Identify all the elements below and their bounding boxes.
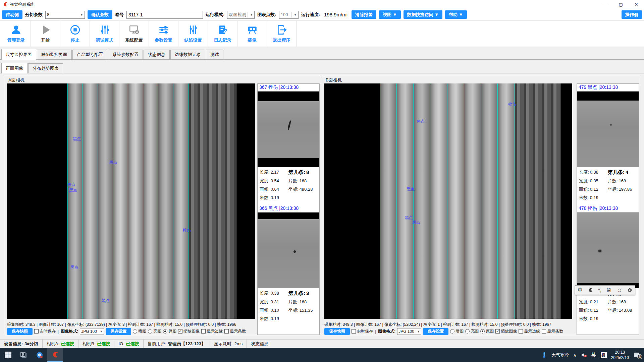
status-message: 状态信息:	[247, 340, 274, 348]
defect-label: 黑点	[67, 182, 75, 187]
start-button[interactable]: 开始	[31, 21, 60, 47]
clock-date: 2025/2/10	[611, 355, 629, 360]
thermometer-icon[interactable]	[541, 352, 547, 358]
run-mode-combo[interactable]: 双面检测▼	[227, 11, 255, 19]
camera-b-panel: B面相机 挫伤黑点黑点黑点黑点 479 黑点 |20:13:38 长度:0.38…	[322, 76, 639, 335]
dark-image-radio[interactable]: 暗图	[133, 328, 146, 334]
debug-mode-button[interactable]: 调试模式	[90, 21, 119, 47]
show-edge-checkbox[interactable]: 显示边缘	[519, 328, 540, 334]
tab-main-5[interactable]: 边缘数据记录	[170, 50, 205, 60]
save-settings-button[interactable]: 保存设置	[423, 328, 448, 335]
ime-pinyin-indicator[interactable]: 拼	[601, 352, 607, 358]
defect-header: 367 挫伤 |20:13:38	[258, 84, 319, 92]
main-tabs: 尺寸监控界面缺陷监控界面产品型号配置系统参数配置状态信息边缘数据记录测试	[1, 50, 224, 60]
volume-muted-icon[interactable]	[581, 352, 587, 358]
show-count-checkbox[interactable]: 显示条数	[542, 328, 563, 334]
clear-alarm-button[interactable]: 清除报警	[352, 10, 376, 19]
notification-center-button[interactable]: 6	[633, 352, 640, 358]
run-speed-label: 运行速度:	[301, 12, 320, 18]
tray-expand-chevron[interactable]: ∧	[573, 353, 577, 358]
maximize-button[interactable]: ▢	[613, 0, 629, 9]
tab-main-6[interactable]: 测试	[206, 50, 223, 60]
chevron-down-icon: ▼	[78, 12, 83, 17]
moon-icon[interactable]	[588, 288, 593, 293]
camera-a-connection: 相机A:已连接	[43, 340, 78, 348]
main-tabs-underline	[0, 59, 644, 60]
chevron-down-icon: ▼	[291, 12, 297, 17]
emoji-icon[interactable]: ☺	[617, 287, 622, 293]
log-book-icon	[217, 24, 228, 36]
ime-punctuation-toggle[interactable]: °,	[598, 287, 601, 293]
ime-simplified-toggle[interactable]: 简	[606, 287, 611, 293]
log-record-button[interactable]: 日志记录	[208, 21, 237, 47]
minimize-button[interactable]: —	[598, 0, 613, 9]
tab-sub-0[interactable]: 正面图像	[1, 63, 28, 73]
show-edge-checkbox[interactable]: 显示边缘	[201, 328, 223, 334]
defect-thumbnail	[577, 213, 639, 288]
save-snapshot-button[interactable]: 保存快照	[7, 328, 33, 335]
camera-b-image: 挫伤黑点黑点黑点黑点	[324, 83, 572, 319]
image-format-combo[interactable]: JPG 100▼	[80, 328, 104, 335]
defect-panel-b: 479 黑点 |20:13:38 长度:0.38 第几条:4 宽度:0.35 片…	[577, 83, 639, 335]
help-menu-button[interactable]: 帮助 ▼	[445, 10, 467, 19]
tab-main-3[interactable]: 系统参数配置	[108, 50, 143, 60]
show-count-checkbox[interactable]: 显示条数	[224, 328, 246, 334]
start-button[interactable]	[0, 348, 16, 362]
original-image-radio[interactable]: 原图	[480, 328, 494, 334]
dark-image-radio[interactable]: 暗图	[450, 328, 464, 334]
quick-access-menu-button[interactable]: 数据快捷访问 ▼	[404, 10, 442, 19]
ime-mode-toggle[interactable]: 中	[578, 287, 583, 293]
tab-main-0[interactable]: 尺寸监控界面	[1, 49, 36, 60]
defect-settings-button[interactable]: 缺陷设置	[178, 21, 208, 47]
camera-a-title: A面相机	[8, 77, 24, 83]
defect-label: 挫伤	[183, 228, 191, 233]
tab-main-1[interactable]: 缺陷监控界面	[37, 50, 72, 60]
defect-thumbnail	[577, 92, 639, 167]
operate-side-button[interactable]: 操作侧	[622, 10, 642, 19]
tab-main-2[interactable]: 产品型号配置	[72, 50, 107, 60]
defect-label: 黑点	[417, 119, 425, 124]
drive-side-button[interactable]: 传动侧	[2, 10, 22, 19]
save-snapshot-button[interactable]: 保存快照	[324, 328, 350, 335]
original-image-radio[interactable]: 原图	[163, 328, 176, 334]
sliders-vertical-icon	[187, 24, 199, 36]
slit-count-combo[interactable]: 8▼	[45, 11, 85, 19]
camera-a-controls: 保存快照 实时保存 | 图像格式: JPG 100▼ 保存设置 暗图 亮图 原图…	[7, 328, 256, 335]
bright-image-radio[interactable]: 亮图	[148, 328, 161, 334]
realtime-save-checkbox[interactable]: 实时保存	[352, 328, 373, 334]
ime-language-indicator[interactable]: 英	[591, 352, 596, 358]
defect-stats: 长度:0.38 第几条:3 宽度:0.31 片数:168 面积:0.10 坐标:…	[258, 288, 319, 323]
task-view-button[interactable]	[16, 348, 32, 362]
stop-button[interactable]: 停止	[60, 21, 90, 47]
view-menu-button[interactable]: 视图 ▼	[379, 10, 400, 19]
device-info: 设备信息:3#分切	[0, 340, 43, 348]
save-settings-button[interactable]: 保存设置	[106, 328, 131, 335]
bright-image-radio[interactable]: 亮图	[465, 328, 479, 334]
close-button[interactable]: ✕	[629, 0, 644, 9]
defect-label: 黑点	[407, 186, 415, 192]
defect-label: 黑点	[69, 187, 77, 193]
weather-text[interactable]: 天气寒冷	[551, 352, 569, 358]
tab-main-4[interactable]: 状态信息	[144, 50, 170, 60]
admin-login-button[interactable]: 管理登录	[1, 21, 31, 47]
vision-app-button[interactable]	[47, 348, 63, 362]
defect-panel-a: 367 挫伤 |20:13:38 长度:2.17 第几条:8 宽度:0.54 片…	[257, 83, 320, 335]
gear-icon[interactable]	[627, 288, 632, 293]
image-format-combo[interactable]: JPG 100▼	[397, 328, 421, 335]
zoom-image-checkbox[interactable]: ✓缩放图像	[495, 328, 517, 334]
roll-number-input[interactable]	[126, 11, 203, 19]
parameter-settings-button[interactable]: 参数设置	[149, 21, 178, 47]
tab-sub-1[interactable]: 分布趋势图表	[28, 63, 63, 73]
pinned-app-button[interactable]	[32, 348, 47, 362]
camera-button[interactable]: 摄像	[237, 21, 267, 47]
defect-thumbnail	[258, 92, 319, 167]
taskbar-clock[interactable]: 20:13 2025/2/10	[611, 350, 629, 360]
system-config-button[interactable]: 系统配置	[119, 21, 149, 47]
run-speed-value: 198.9m/mi	[323, 12, 349, 17]
confirm-count-button[interactable]: 确认条数	[88, 10, 112, 19]
exit-program-button[interactable]: 退出程序	[267, 21, 297, 47]
chart-points-combo[interactable]: 100▼	[279, 11, 299, 19]
zoom-image-checkbox[interactable]: ✓缩放图像	[178, 328, 200, 334]
realtime-save-checkbox[interactable]: 实时保存	[34, 328, 56, 334]
slit-count-label: 分切条数	[25, 12, 43, 18]
